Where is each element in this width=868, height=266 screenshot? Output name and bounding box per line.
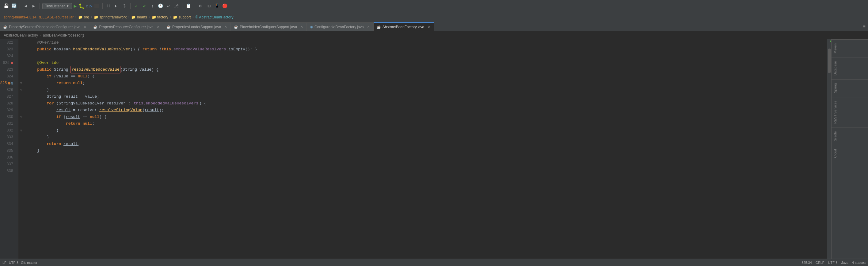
settings-icon[interactable]: ⚙ xyxy=(197,3,204,9)
git-branches-icon[interactable]: ⎇ xyxy=(173,3,180,9)
gutter-825b[interactable]: ▽ xyxy=(19,80,24,87)
breadcrumb-factory[interactable]: 📁 factory xyxy=(152,15,168,19)
forward-icon[interactable]: ▶ xyxy=(30,3,37,9)
tab-close-4[interactable]: ✕ xyxy=(300,25,304,29)
line-num-827: 827 xyxy=(0,94,16,100)
panel-label-database[interactable]: Database xyxy=(832,57,868,79)
panel-label-rest[interactable]: REST Services xyxy=(832,97,868,127)
tab-close-1[interactable]: ✕ xyxy=(83,25,87,29)
code-827-ind xyxy=(28,80,56,87)
code-836-sp xyxy=(61,141,63,148)
breadcrumb-jar[interactable]: spring-beans-4.3.14.RELEASE-sources.jar xyxy=(4,15,73,19)
code-line-830: for (StringValueResolver resolver : this… xyxy=(28,100,827,107)
sync-icon[interactable]: 🔄 xyxy=(10,3,17,9)
vcs-panel-icon[interactable]: 📋 xyxy=(185,3,192,9)
gutter-830[interactable]: ▽ xyxy=(19,114,24,121)
code-line-834: } xyxy=(28,127,827,134)
panel-label-gradle[interactable]: Gradle xyxy=(832,127,868,145)
run-config-dropdown[interactable]: TestListener ▼ xyxy=(42,3,72,9)
code-content: @Override public boolean hasEmbeddedValu… xyxy=(24,39,827,259)
git-check-icon[interactable]: ✓ xyxy=(133,3,140,9)
tab-close-6[interactable]: ✕ xyxy=(427,25,431,29)
status-charset[interactable]: UTF-8 xyxy=(828,261,838,264)
profile-button[interactable]: ▷ xyxy=(90,3,92,8)
suspend-icon[interactable]: ⏸ xyxy=(105,3,112,9)
code-827-sp xyxy=(70,80,73,87)
code-836-semi: ; xyxy=(78,141,80,148)
status-line-ending[interactable]: CRLF xyxy=(815,261,825,264)
code-825-sp2 xyxy=(68,66,71,73)
editor-header-class[interactable]: AbstractBeanFactory xyxy=(4,33,38,37)
gutter-823b xyxy=(19,66,24,73)
code-826-if: if xyxy=(46,73,52,80)
step-over-icon[interactable]: ⤵ xyxy=(121,3,128,9)
tab-abstract-bean[interactable]: ☕ AbstractBeanFactory.java ✕ xyxy=(374,22,434,31)
breadcrumb-support[interactable]: 📁 support xyxy=(173,15,191,19)
gutter-823a xyxy=(19,46,24,53)
status-lf[interactable]: LF xyxy=(2,261,6,264)
code-828-text: } xyxy=(28,87,49,94)
gutter-832[interactable]: ▽ xyxy=(19,127,24,134)
code-830-end: ) { xyxy=(199,100,206,107)
breadcrumb-sep-5: › xyxy=(169,15,172,19)
save-icon[interactable]: 💾 xyxy=(2,3,9,9)
back-icon[interactable]: ◀ xyxy=(22,3,29,9)
code-832-ind xyxy=(28,114,56,121)
code-825-method: resolveEmbeddedValue xyxy=(70,66,120,73)
code-829-type: String xyxy=(46,94,61,100)
breadcrumb-springframework[interactable]: 📁 springframework xyxy=(94,15,127,19)
git-ok-icon[interactable]: ✔ xyxy=(141,3,148,9)
run-coverage-button[interactable]: ☑ xyxy=(86,3,88,8)
code-833-sp xyxy=(80,121,83,127)
stop-button[interactable]: ⬛ xyxy=(94,3,99,8)
code-line-822-text xyxy=(28,39,37,46)
code-837-text: } xyxy=(28,148,39,154)
code-826-text xyxy=(28,73,46,80)
status-encoding[interactable]: UTF-8 xyxy=(9,261,19,264)
vertical-scrollbar[interactable] xyxy=(827,39,831,259)
code-line-838 xyxy=(28,154,827,161)
tab-placeholder-configurer[interactable]: ☕ PlaceholderConfigurerSupport.java ✕ xyxy=(231,22,307,31)
code-825-type: String xyxy=(54,66,68,73)
panel-label-spring[interactable]: Spring xyxy=(832,79,868,97)
breadcrumb-org[interactable]: 📁 org xyxy=(78,15,89,19)
code-829-ind xyxy=(28,94,46,100)
services1-icon[interactable]: 📱 xyxy=(214,3,220,9)
toolbar-sep-5 xyxy=(182,3,182,9)
tab-configurable-bean[interactable]: ◉ ConfigurableBeanFactory.java ✕ xyxy=(307,22,374,31)
services2-icon[interactable]: 🔴 xyxy=(222,3,228,9)
status-indent[interactable]: 4 spaces xyxy=(852,261,866,264)
git-rollback-icon[interactable]: ↩ xyxy=(165,3,172,9)
panel-label-maven[interactable]: Maven xyxy=(832,39,868,57)
code-line-825: public String resolveEmbeddedValue(Strin… xyxy=(28,66,827,73)
editor-header-method[interactable]: addBeanPostProcessor() xyxy=(43,33,84,37)
code-832-end: ) { xyxy=(99,114,106,121)
resume-icon[interactable]: ⏯ xyxy=(113,3,120,9)
git-history-icon[interactable]: 🕐 xyxy=(157,3,164,9)
debug-button[interactable]: 🐛 xyxy=(79,3,85,9)
tail-icon[interactable]: Tail xyxy=(205,3,212,9)
panel-label-cloud[interactable]: Cloud xyxy=(832,145,868,162)
line-num-829: 829 xyxy=(0,107,16,114)
code-833-ind xyxy=(28,121,66,127)
git-push-icon[interactable]: ↑ xyxy=(149,3,156,9)
editor-header: AbstractBeanFactory › addBeanPostProcess… xyxy=(0,31,868,39)
tab-close-3[interactable]: ✕ xyxy=(224,25,227,29)
status-git[interactable]: Git: master xyxy=(21,261,37,264)
tab-close-5[interactable]: ✕ xyxy=(367,25,370,29)
tab-property-resource[interactable]: ☕ PropertyResourceConfigurer.java ✕ xyxy=(90,22,163,31)
tab-property-sources[interactable]: ☕ PropertySourcesPlaceholderConfigurer.j… xyxy=(0,22,90,31)
editor-row: 822 823 824 825 823 824 825@ 826 827 828… xyxy=(0,39,868,259)
status-language[interactable]: Java xyxy=(841,261,848,264)
tab-properties-loader[interactable]: ☕ PropertiesLoaderSupport.java ✕ xyxy=(163,22,231,31)
breadcrumb-beans[interactable]: 📁 beans xyxy=(131,15,147,19)
tabs-menu-button[interactable]: ≡ xyxy=(861,22,868,31)
code-830-ind xyxy=(28,100,46,107)
breadcrumb-class[interactable]: © AbstractBeanFactory xyxy=(195,15,234,19)
code-830-type: StringValueResolver xyxy=(59,100,104,107)
code-829-assign: = value; xyxy=(78,94,99,100)
code-line-822: @Override xyxy=(28,39,827,46)
gutter-826[interactable]: ▽ xyxy=(19,87,24,94)
tab-close-2[interactable]: ✕ xyxy=(156,25,160,29)
run-button[interactable]: ▶ xyxy=(74,3,77,9)
